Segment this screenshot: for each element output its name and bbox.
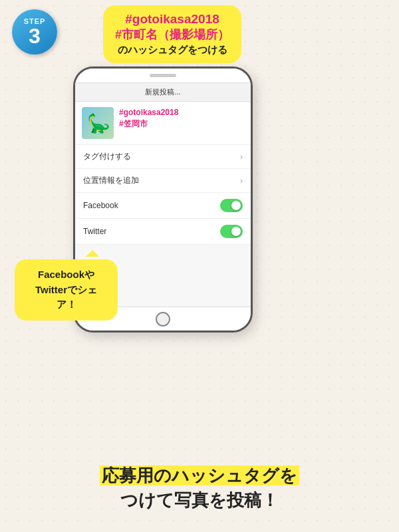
bottom-line1-text: 応募用のハッシュタグを: [100, 466, 299, 485]
share-text: Facebookや Twitterでシェア！: [25, 267, 107, 313]
row-facebook[interactable]: Facebook: [75, 193, 251, 219]
chevron-icon-2: ›: [240, 176, 243, 186]
row-twitter-label: Twitter: [83, 227, 106, 236]
share-line1: Facebookや: [38, 269, 94, 280]
post-tag2: #笠岡市: [119, 118, 178, 130]
step-number: 3: [29, 25, 41, 47]
twitter-toggle[interactable]: [220, 225, 243, 238]
hashtag-line2: #市町名（撮影場所）: [115, 27, 229, 43]
bottom-line2: つけて写真を投稿！: [13, 488, 386, 512]
screen-header: 新規投稿...: [75, 83, 251, 102]
phone-speaker: [150, 74, 176, 77]
row-location-label: 位置情報を追加: [83, 175, 139, 186]
post-tags: #gotoikasa2018 #笠岡市: [119, 107, 178, 130]
bottom-line1: 応募用のハッシュタグを: [13, 464, 386, 487]
share-line2: Twitterでシェア！: [35, 284, 97, 311]
post-tag1: #gotoikasa2018: [119, 107, 178, 118]
row-facebook-label: Facebook: [83, 201, 118, 210]
screen-header-text: 新規投稿...: [145, 88, 180, 96]
phone-top-bar: [75, 68, 251, 83]
post-preview: #gotoikasa2018 #笠岡市: [75, 102, 251, 145]
hashtag-bubble: #gotoikasa2018 #市町名（撮影場所） のハッシュタグをつける: [103, 5, 241, 63]
share-bubble: Facebookや Twitterでシェア！: [15, 259, 118, 321]
hashtag-line1: #gotoikasa2018: [115, 12, 229, 27]
step-badge: STEP 3: [12, 9, 57, 55]
row-tag-label: タグ付けする: [83, 151, 131, 162]
home-button[interactable]: [156, 312, 170, 327]
row-location[interactable]: 位置情報を追加 ›: [75, 169, 251, 193]
hashtag-line3: のハッシュタグをつける: [115, 44, 229, 57]
bottom-section: 応募用のハッシュタグを つけて写真を投稿！: [0, 464, 399, 512]
post-thumbnail: [82, 107, 114, 139]
row-twitter[interactable]: Twitter: [75, 219, 251, 245]
chevron-icon: ›: [240, 152, 243, 162]
row-tag[interactable]: タグ付けする ›: [75, 145, 251, 169]
facebook-toggle[interactable]: [220, 199, 243, 212]
